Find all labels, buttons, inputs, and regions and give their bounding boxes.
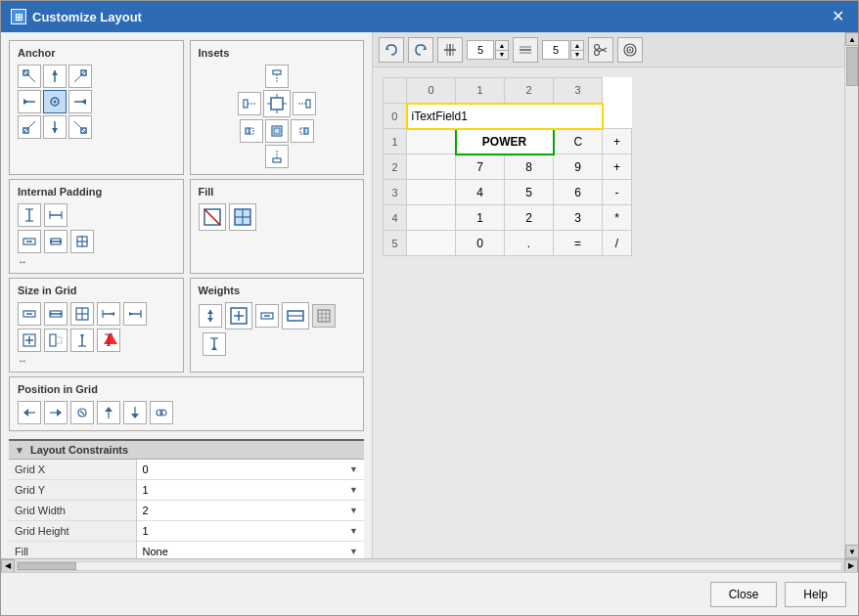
scroll-down-btn[interactable]: ▼ [845,545,858,558]
col-spinner-input[interactable] [467,40,494,60]
redo-button[interactable] [408,37,433,63]
row-spin-down[interactable]: ▼ [570,50,584,60]
cell-dot[interactable]: . [505,231,554,256]
padding-btn-horizontal-collapse[interactable] [44,203,68,227]
anchor-btn-center[interactable] [43,90,67,113]
anchor-btn-bottomright[interactable] [68,115,92,139]
prop-value-fill[interactable]: None ▼ [137,542,365,558]
size-btn-increase-h[interactable] [97,329,120,352]
size-btn-3[interactable] [70,302,94,326]
weights-btn-down[interactable] [203,332,226,356]
size-btn-1[interactable] [18,302,41,326]
dropdown-arrow-fill[interactable]: ▼ [349,547,358,556]
cell-3[interactable]: 3 [554,205,603,231]
weights-btn-h-minus[interactable] [255,304,279,328]
size-btn-increase-width[interactable] [123,302,147,326]
scroll-up-btn[interactable]: ▲ [845,32,858,46]
dropdown-arrow-gridy[interactable]: ▼ [349,485,358,495]
insets-btn-all[interactable] [263,90,291,117]
position-btn-left[interactable] [18,401,41,424]
weights-btn-vertical[interactable] [199,304,222,328]
cell-9[interactable]: 9 [554,154,603,180]
cell-op-1[interactable]: + [603,129,632,154]
anchor-btn-right[interactable] [68,90,92,113]
dropdown-arrow-gridwidth[interactable]: ▼ [349,506,358,515]
cell-5[interactable]: 5 [505,180,554,205]
position-btn-down[interactable] [123,401,147,424]
anchor-btn-bottom[interactable] [43,115,67,139]
size-btn-remove-h[interactable] [44,329,68,352]
col-spin-up[interactable]: ▲ [495,40,509,50]
fill-btn-none[interactable] [199,203,226,231]
position-btn-right[interactable] [44,401,68,424]
col-spin-down[interactable]: ▼ [495,50,509,60]
collapse-icon[interactable]: ▼ [15,445,24,456]
weights-btn-h-plus[interactable] [282,302,309,330]
row-spinner-input[interactable] [542,40,569,60]
prop-value-gridx[interactable]: 0 ▼ [137,460,365,479]
cell-op-2[interactable]: + [603,154,632,180]
cell-4[interactable]: 4 [456,180,505,205]
position-btn-link[interactable] [70,401,94,424]
anchor-btn-topright[interactable] [68,65,92,88]
anchor-btn-bottomleft[interactable] [18,115,41,139]
prop-value-gridwidth[interactable]: 2 ▼ [137,501,365,520]
padding-btn-h-expand[interactable] [44,230,68,253]
grid-tool-button[interactable] [437,37,463,63]
row-tool-button[interactable] [513,37,538,63]
position-btn-up[interactable] [97,401,120,424]
insets-btn-left[interactable] [238,92,261,115]
row-spin-up[interactable]: ▲ [570,40,584,50]
svg-marker-68 [111,312,114,316]
cell-7[interactable]: 7 [456,154,505,180]
cell-C[interactable]: C [554,129,603,154]
h-scroll-thumb[interactable] [18,562,76,570]
h-scroll-left-btn[interactable]: ◀ [1,559,15,573]
insets-btn-middle-right[interactable] [291,119,314,143]
dropdown-arrow-gridx[interactable]: ▼ [349,464,358,474]
position-btn-chain[interactable] [150,401,173,424]
cell-power[interactable]: POWER [456,129,554,154]
size-btn-add[interactable] [18,329,41,352]
scroll-thumb[interactable] [846,47,858,86]
anchor-btn-left[interactable] [18,90,41,113]
insets-btn-right[interactable] [293,92,316,115]
anchor-btn-top[interactable] [43,65,67,88]
cell-equals[interactable]: = [554,231,603,256]
insets-btn-bottom[interactable] [265,145,289,168]
padding-btn-vertical-expand[interactable] [18,203,41,227]
cell-1[interactable]: 1 [456,205,505,231]
prop-value-gridy[interactable]: 1 ▼ [137,480,365,500]
cell-6[interactable]: 6 [554,180,603,205]
cell-op-4[interactable]: * [603,205,632,231]
size-btn-decrease-width[interactable] [97,302,120,326]
size-btn-2[interactable] [44,302,68,326]
window-close-button[interactable]: ✕ [828,9,848,24]
cell-2[interactable]: 2 [505,205,554,231]
insets-btn-middle-left[interactable] [240,119,263,143]
cell-0[interactable]: 0 [456,231,505,256]
prop-value-gridheight[interactable]: 1 ▼ [137,521,365,541]
svg-line-1 [23,70,35,82]
prop-row-gridx: Grid X 0 ▼ [9,460,364,480]
fill-btn-both[interactable] [229,203,256,231]
close-button[interactable]: Close [710,582,778,607]
scissors-button[interactable] [588,37,613,63]
cell-textfield[interactable]: iTextField1 [407,104,603,129]
padding-btn-h-reduce[interactable] [18,230,41,253]
insets-btn-inset[interactable] [265,119,289,143]
cell-op-3[interactable]: - [603,180,632,205]
padding-btn-both-expand[interactable] [70,230,94,253]
size-btn-decrease-h[interactable] [70,329,94,352]
dropdown-arrow-gridheight[interactable]: ▼ [349,526,358,536]
weights-btn-grid[interactable] [312,304,336,328]
target-button[interactable] [617,37,643,63]
insets-btn-top[interactable] [265,65,289,88]
weights-btn-add[interactable] [225,302,252,330]
help-button[interactable]: Help [785,582,846,607]
anchor-btn-topleft[interactable] [18,65,41,88]
cell-op-5[interactable]: / [603,231,632,256]
h-scroll-right-btn[interactable]: ▶ [844,559,858,573]
cell-8[interactable]: 8 [505,154,554,180]
undo-button[interactable] [379,37,404,63]
